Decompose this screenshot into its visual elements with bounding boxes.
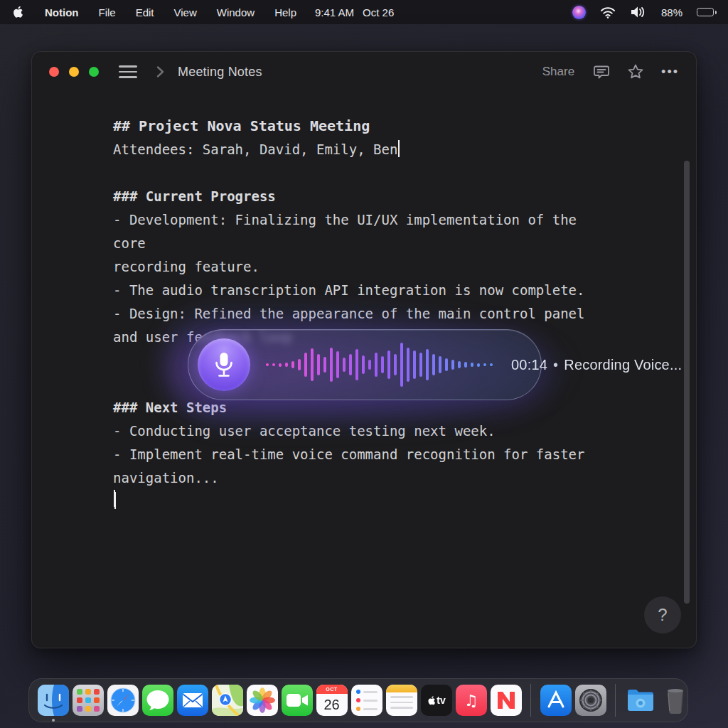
battery-icon: [697, 8, 717, 16]
dock-item-reminders[interactable]: [351, 685, 382, 716]
waveform-bar: [387, 350, 390, 379]
menu-bar: Notion File Edit View Window Help 9:41 A…: [0, 0, 728, 24]
dock-item-finder[interactable]: [38, 685, 69, 716]
volume-icon[interactable]: [630, 6, 647, 18]
waveform-bar: [330, 348, 333, 382]
recording-overlay: 00:14•Recording Voice...: [188, 329, 542, 400]
menu-item-file[interactable]: File: [98, 6, 115, 18]
waveform-bar: [426, 349, 429, 380]
close-button[interactable]: [49, 67, 59, 77]
doc-line: ## Project Nova Status Meeting: [113, 114, 639, 138]
wifi-icon[interactable]: [600, 6, 616, 18]
scrollbar-thumb[interactable]: [684, 161, 690, 604]
menu-item-help[interactable]: Help: [274, 6, 296, 18]
waveform-bar: [458, 361, 461, 368]
waveform-bar: [311, 348, 314, 381]
waveform-bar: [336, 351, 339, 378]
waveform-bar: [445, 358, 448, 371]
dock-item-news[interactable]: [491, 685, 522, 716]
safari-icon: [107, 685, 139, 716]
waveform-bar: [355, 349, 358, 380]
doc-line: recording feature.: [113, 255, 639, 279]
dock-item-safari[interactable]: [107, 685, 139, 716]
recording-time: 00:14: [511, 357, 547, 373]
waveform-bar: [298, 359, 301, 370]
dock-item-facetime[interactable]: [282, 685, 313, 716]
recording-pill: 00:14•Recording Voice...: [188, 329, 542, 400]
waveform-bar: [279, 363, 282, 367]
dock-divider: [530, 684, 531, 717]
calendar-icon: OCT 26: [316, 685, 348, 716]
waveform-bar: [419, 353, 422, 377]
dock-item-notes[interactable]: [386, 685, 417, 716]
waveform-bar: [375, 353, 378, 377]
waveform-bar: [304, 353, 307, 377]
waveform-bar: [368, 360, 371, 370]
minimize-button[interactable]: [69, 67, 79, 77]
dock-divider: [615, 684, 616, 717]
music-icon: ♫: [456, 685, 487, 716]
comment-icon[interactable]: [593, 63, 610, 80]
help-button[interactable]: ?: [644, 596, 681, 633]
dock: OCT 26 tv♫: [28, 678, 688, 722]
appstore-icon: [540, 685, 572, 716]
chevron-right-icon[interactable]: [156, 65, 165, 78]
dock-item-music[interactable]: ♫: [456, 685, 487, 716]
doc-line: - Development: Finalizing the UI/UX impl…: [113, 208, 639, 232]
waveform-bar: [394, 354, 397, 375]
star-icon[interactable]: [627, 63, 644, 80]
recording-status: 00:14•Recording Voice...: [511, 357, 682, 373]
menu-clock-date: Oct 26: [363, 6, 394, 18]
dock-item-messages[interactable]: [142, 685, 173, 716]
dock-item-appletv[interactable]: tv: [421, 685, 452, 716]
menu-item-app-name[interactable]: Notion: [45, 6, 78, 18]
window-titlebar: Meeting Notes Share •••: [32, 52, 696, 92]
doc-line: - The audio transcription API integratio…: [113, 279, 639, 302]
text-caret: [398, 140, 400, 157]
photos-icon: [247, 685, 278, 716]
messages-icon: [142, 685, 173, 716]
sidebar-menu-icon[interactable]: [119, 65, 137, 78]
traffic-lights: [49, 67, 99, 77]
apple-menu-icon[interactable]: [11, 5, 23, 19]
waveform-bar: [464, 362, 467, 368]
microphone-button[interactable]: [198, 338, 250, 391]
doc-blank-line: [113, 161, 639, 185]
siri-icon[interactable]: [572, 6, 586, 19]
share-button[interactable]: Share: [542, 65, 574, 79]
battery-percent: 88%: [661, 6, 682, 18]
dock-item-settings[interactable]: [575, 685, 606, 716]
waveform-bar: [381, 356, 384, 373]
launchpad-icon: [73, 685, 104, 716]
dock-item-launchpad[interactable]: [73, 685, 104, 716]
menu-item-view[interactable]: View: [174, 6, 197, 18]
dock-item-maps[interactable]: [212, 685, 243, 716]
dock-item-photos[interactable]: [247, 685, 278, 716]
more-icon[interactable]: •••: [661, 65, 679, 80]
menu-item-window[interactable]: Window: [217, 6, 255, 18]
waveform-bar: [477, 363, 480, 367]
waveform-bar: [266, 363, 269, 366]
menu-clock-time: 9:41 AM: [315, 6, 354, 18]
waveform: [266, 340, 493, 390]
waveform-bar: [471, 363, 473, 367]
running-indicator: [52, 719, 55, 722]
doc-line: - Implement real-time voice command reco…: [113, 443, 639, 466]
menu-item-edit[interactable]: Edit: [136, 6, 154, 18]
dock-item-folder[interactable]: [625, 685, 656, 716]
dock-item-appstore[interactable]: [540, 685, 572, 716]
dock-item-trash[interactable]: [660, 685, 691, 716]
waveform-bar: [439, 356, 441, 373]
waveform-bar: [362, 355, 365, 374]
zoom-button[interactable]: [89, 67, 99, 77]
dock-item-mail[interactable]: [177, 685, 208, 716]
appletv-icon: tv: [421, 685, 452, 716]
dock-item-calendar[interactable]: OCT 26: [316, 685, 348, 716]
waveform-bar: [451, 360, 454, 370]
waveform-bar: [343, 358, 346, 372]
page-title: Meeting Notes: [178, 65, 262, 80]
notion-window: Meeting Notes Share ••• ## Project Nova …: [31, 51, 697, 648]
calendar-day: 26: [316, 694, 348, 716]
trash-icon: [660, 685, 691, 716]
waveform-bar: [400, 343, 403, 387]
